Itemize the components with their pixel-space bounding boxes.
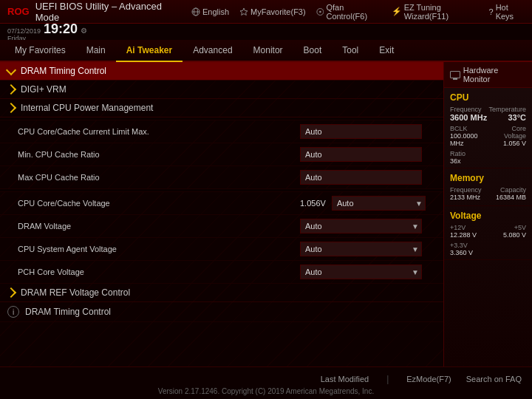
star-icon	[239, 7, 248, 16]
nav-boot[interactable]: Boot	[293, 40, 332, 62]
cpu-voltage-select-wrap: Auto Manual ▼	[332, 196, 426, 211]
hw-cpu-freq-value: 3600 MHz	[450, 113, 487, 122]
pch-voltage-select[interactable]: Auto Manual	[300, 265, 422, 279]
dram-timing-arrow	[6, 64, 16, 75]
info-row: i DRAM Timing Control	[0, 302, 443, 322]
nav-my-favorites[interactable]: My Favorites	[4, 40, 76, 62]
top-tools: English MyFavorite(F3) Qfan Control(F6) …	[191, 3, 525, 21]
min-cache-ratio-input[interactable]	[300, 147, 422, 162]
form-row-min-cache-ratio: Min. CPU Cache Ratio	[0, 143, 443, 166]
hw-memory-section: Memory Frequency 2133 MHz Capacity 16384…	[444, 168, 532, 206]
pch-voltage-select-wrap: Auto Manual ▼	[300, 265, 422, 279]
hw-plus5v-label: +5V	[503, 224, 526, 231]
hw-cpu-temp-value: 33°C	[488, 113, 526, 122]
form-value-pch-voltage: Auto Manual ▼	[300, 265, 426, 279]
max-cache-ratio-input[interactable]	[300, 170, 422, 185]
hw-cpu-temp-label: Temperature	[488, 106, 526, 113]
form-row-max-cache-ratio: Max CPU Cache Ratio	[0, 166, 443, 189]
hw-plus33v-value: 3.360 V	[450, 249, 526, 256]
hot-keys[interactable]: ?Hot Keys	[489, 3, 525, 21]
hw-ratio-label: Ratio	[450, 150, 526, 157]
language-selector[interactable]: English	[191, 7, 229, 16]
hw-plus12v-label: +12V	[450, 224, 477, 231]
cpu-current-limit-input[interactable]	[300, 124, 422, 139]
nav-ai-tweaker[interactable]: Ai Tweaker	[116, 40, 183, 62]
hw-core-voltage-label: Core Voltage	[491, 125, 526, 140]
hw-plus12v-value: 12.288 V	[450, 231, 477, 239]
clock-settings-icon[interactable]: ⚙	[81, 27, 87, 35]
hw-bclk-label: BCLK	[450, 125, 491, 132]
copyright-text: Version 2.17.1246. Copyright (C) 2019 Am…	[158, 387, 374, 395]
cpu-voltage-select[interactable]: Auto Manual	[332, 196, 426, 211]
hw-cpu-section: CPU Frequency 3600 MHz Temperature 33°C …	[444, 88, 532, 168]
form-value-max-cache-ratio	[300, 170, 426, 185]
hardware-monitor-header: Hardware Monitor	[444, 62, 532, 88]
section-dram-timing[interactable]: DRAM Timing Control	[0, 62, 443, 81]
hw-mem-freq-value: 2133 MHz	[450, 194, 482, 201]
ez-tuning[interactable]: ⚡EZ Tuning Wizard(F11)	[392, 3, 479, 21]
cpu-system-agent-select[interactable]: Auto Manual	[300, 242, 422, 256]
hw-ratio-value: 36x	[450, 157, 526, 165]
form-row-cpu-current-limit: CPU Core/Cache Current Limit Max.	[0, 120, 443, 143]
hw-cpu-freq-label: Frequency	[450, 106, 487, 113]
nav-tool[interactable]: Tool	[332, 40, 369, 62]
globe-icon	[191, 7, 200, 16]
info-icon: i	[7, 306, 19, 318]
hw-voltage-title: Voltage	[450, 211, 526, 221]
nav-exit[interactable]: Exit	[369, 40, 404, 62]
hw-voltage-section: Voltage +12V 12.288 V +5V 5.080 V +3.3V …	[444, 206, 532, 260]
cpu-system-agent-select-wrap: Auto Manual ▼	[300, 242, 422, 256]
date-display: 07/12/2019	[7, 27, 41, 35]
nav-monitor[interactable]: Monitor	[243, 40, 293, 62]
hw-plus33v-label: +3.3V	[450, 242, 526, 249]
dram-voltage-select-wrap: Auto Manual ▼	[300, 219, 422, 233]
hw-memory-title: Memory	[450, 173, 526, 183]
form-row-pch-voltage: PCH Core Voltage Auto Manual ▼	[0, 261, 443, 284]
date-time-bar: 07/12/2019 Friday 19:20 ⚙	[0, 24, 532, 40]
form-value-cpu-system-agent: Auto Manual ▼	[300, 242, 426, 256]
nav-bar: My Favorites Main Ai Tweaker Advanced Mo…	[0, 40, 532, 62]
ez-mode-link[interactable]: EzMode(F7)	[406, 375, 451, 383]
form-value-cpu-voltage: 1.056V Auto Manual ▼	[300, 196, 426, 211]
hw-mem-cap-value: 16384 MB	[496, 194, 526, 201]
svg-marker-3	[240, 8, 248, 16]
form-row-cpu-voltage: CPU Core/Cache Voltage 1.056V Auto Manua…	[0, 192, 443, 215]
hw-cpu-title: CPU	[450, 92, 526, 103]
content-area: DRAM Timing Control DIGI+ VRM Internal C…	[0, 62, 532, 366]
qfan-control[interactable]: Qfan Control(F6)	[316, 3, 381, 21]
fan-icon	[316, 7, 324, 16]
dram-ref-arrow	[6, 287, 16, 298]
section-dram-ref[interactable]: DRAM REF Voltage Control	[0, 284, 443, 302]
svg-point-5	[319, 10, 321, 13]
search-faq-link[interactable]: Search on FAQ	[466, 375, 522, 383]
nav-advanced[interactable]: Advanced	[183, 40, 242, 62]
hw-mem-cap-label: Capacity	[496, 186, 526, 194]
internal-cpu-arrow	[6, 103, 16, 113]
form-row-dram-voltage: DRAM Voltage Auto Manual ▼	[0, 215, 443, 238]
hw-plus5v-value: 5.080 V	[503, 231, 526, 239]
bios-title: UEFI BIOS Utility – Advanced Mode	[35, 1, 180, 23]
hardware-monitor-panel: Hardware Monitor CPU Frequency 3600 MHz …	[443, 62, 532, 366]
my-favorites-shortcut[interactable]: MyFavorite(F3)	[239, 7, 306, 16]
monitor-icon	[450, 71, 460, 78]
nav-main[interactable]: Main	[76, 40, 116, 62]
dram-voltage-select[interactable]: Auto Manual	[300, 219, 422, 233]
form-value-dram-voltage: Auto Manual ▼	[300, 219, 426, 233]
hw-mem-freq-label: Frequency	[450, 186, 482, 194]
time-display: 19:20	[44, 22, 78, 35]
top-bar: ROG UEFI BIOS Utility – Advanced Mode En…	[0, 0, 532, 24]
rog-logo: ROG	[7, 6, 30, 17]
last-modified-link[interactable]: Last Modified	[321, 375, 369, 383]
hw-core-voltage-value: 1.056 V	[491, 140, 526, 147]
form-row-cpu-system-agent: CPU System Agent Voltage Auto Manual ▼	[0, 238, 443, 261]
bottom-bar: Last Modified | EzMode(F7) Search on FAQ…	[0, 366, 532, 399]
form-value-min-cache-ratio	[300, 147, 426, 162]
section-internal-cpu[interactable]: Internal CPU Power Management	[0, 99, 443, 117]
digi-vrm-arrow	[6, 84, 16, 95]
left-panel: DRAM Timing Control DIGI+ VRM Internal C…	[0, 62, 443, 366]
hw-bclk-value: 100.0000 MHz	[450, 132, 491, 147]
section-digi-vrm[interactable]: DIGI+ VRM	[0, 81, 443, 99]
form-value-cpu-current-limit	[300, 124, 426, 139]
